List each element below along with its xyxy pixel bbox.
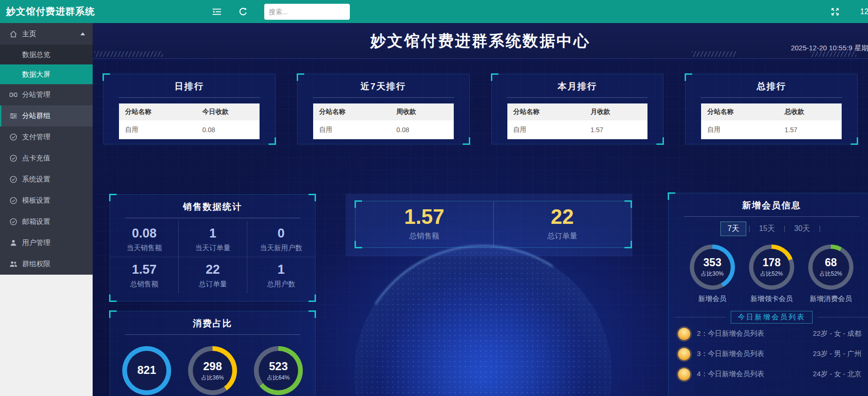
- circle-check-icon: [9, 154, 17, 162]
- rank-card-title: 总排行: [686, 80, 857, 93]
- col-header: 分站名称: [313, 103, 390, 120]
- cell-amount: 1.57: [584, 120, 647, 139]
- ring-label: 新增消费会员: [808, 294, 853, 303]
- rank-card-title: 本月排行: [492, 80, 663, 93]
- ring-label: 新增会员: [690, 294, 735, 303]
- new-members-title: 新增会员信息: [669, 199, 868, 212]
- corner-bracket: [109, 194, 117, 201]
- donut-chart: 523 占比64%: [254, 346, 303, 395]
- sidebar-item-card-recharge[interactable]: 点卡充值: [0, 148, 93, 169]
- stat-total-orders: 22 总订单量: [178, 257, 246, 293]
- sidebar-item-label: 群组权限: [22, 260, 50, 269]
- col-header: 分站名称: [119, 103, 196, 120]
- refresh-icon[interactable]: [238, 7, 248, 17]
- list-item: 2：今日新增会员列表 22岁 - 女 - 成都: [669, 324, 868, 344]
- sidebar-item-label: 系统设置: [22, 175, 50, 184]
- cell-site-name: 自用: [119, 120, 196, 139]
- tab-separator: [820, 226, 820, 232]
- rank-table: 分站名称 周收款 自用 0.08: [313, 103, 454, 139]
- rank-card-daily: 日排行 分站名称 今日收款 自用 0.08: [103, 74, 276, 144]
- rank-table: 分站名称 总收款 自用 1.57: [701, 103, 842, 139]
- sales-stats-card: 销售数据统计 0.08 当天销售额 1 当天订单量 0 当天新用户数 1.57 …: [110, 194, 316, 301]
- dashboard-header-band: 妙文馆付费进群系统数据中心 2025-12-20 10:55:9 星期六: [93, 23, 868, 59]
- total-sales: 1.57 总销售额: [355, 201, 493, 247]
- corner-bracket: [308, 310, 316, 318]
- stat-today-orders: 1 当天订单量: [178, 221, 246, 257]
- corner-bracket: [668, 192, 675, 200]
- username[interactable]: 123: [860, 8, 868, 16]
- sidebar-item-user-manage[interactable]: 用户管理: [0, 232, 93, 253]
- corner-bracket: [685, 73, 692, 81]
- member-list-header: 今日新增会员列表: [675, 311, 868, 324]
- sidebar-item-payment-manage[interactable]: 支付管理: [0, 127, 93, 148]
- sales-stats-title: 销售数据统计: [110, 201, 315, 213]
- col-header: 总收款: [779, 103, 842, 120]
- divider: [313, 97, 454, 98]
- sidebar-item-data-overview[interactable]: 数据总览: [0, 45, 93, 64]
- rank-table: 分站名称 月收款 自用 1.57: [507, 103, 648, 139]
- globe-graphic: [354, 245, 612, 396]
- sidebar-item-system-settings[interactable]: 系统设置: [0, 169, 93, 190]
- member-rings: 353 占比30% 178 占比52% 68 占比52%: [669, 245, 868, 290]
- sidebar-item-home[interactable]: 主页: [0, 23, 93, 45]
- sidebar-item-data-screen[interactable]: 数据大屏: [0, 64, 93, 84]
- dashboard-title: 妙文馆付费进群系统数据中心: [93, 23, 868, 59]
- cell-site-name: 自用: [701, 120, 778, 139]
- substation-icon: [9, 91, 17, 99]
- users-icon: [9, 260, 17, 268]
- cell-amount: 0.08: [196, 120, 259, 139]
- corner-bracket: [268, 137, 276, 145]
- tab-15-days[interactable]: 15天: [752, 222, 781, 236]
- dashboard-main: 妙文馆付费进群系统数据中心 2025-12-20 10:55:9 星期六 日排行…: [93, 23, 868, 396]
- datetime-label: 2025-12-20 10:55:9 星期六: [791, 44, 868, 53]
- divider: [701, 97, 842, 98]
- circle-check-icon: [9, 197, 17, 205]
- donut-chart: 353 占比30%: [690, 245, 735, 290]
- sidebar-item-label: 模板设置: [22, 196, 50, 205]
- corner-bracket: [109, 294, 117, 302]
- sidebar-item-label: 分站管理: [22, 90, 50, 99]
- sidebar-item-label: 分站群组: [22, 111, 50, 120]
- tab-30-days[interactable]: 30天: [788, 222, 817, 236]
- app-title: 妙文馆付费进群系统: [0, 5, 212, 18]
- col-header: 今日收款: [196, 103, 259, 120]
- divider: [684, 216, 860, 217]
- consume-rings: 821 298 占比36% 523 占比64%: [110, 346, 315, 395]
- ring-label: 新增领卡会员: [749, 294, 794, 303]
- table-row: 自用 0.08: [119, 120, 260, 139]
- consume-ratio-card: 消费占比 821 298 占比36% 523 占比64%: [110, 311, 316, 396]
- divider: [125, 334, 300, 335]
- corner-bracket: [109, 310, 117, 318]
- sidebar-item-substation-group[interactable]: 分站群组: [0, 105, 93, 127]
- corner-bracket: [297, 73, 304, 81]
- new-members-card: 新增会员信息 7天 15天 30天 353 占比30% 178 占比52%: [668, 193, 868, 396]
- chevron-up-icon: [80, 32, 85, 35]
- corner-bracket: [656, 137, 664, 145]
- sidebar-item-group-permission[interactable]: 群组权限: [0, 253, 93, 275]
- divider: [507, 97, 648, 98]
- sidebar-item-label: 支付管理: [22, 133, 50, 142]
- cell-amount: 1.57: [779, 120, 842, 139]
- period-tabs: 7天 15天 30天: [669, 222, 868, 236]
- divider: [817, 317, 868, 317]
- member-list-title-badge: 今日新增会员列表: [731, 311, 813, 324]
- tab-7-days[interactable]: 7天: [720, 222, 746, 236]
- rank-card-month: 本月排行 分站名称 月收款 自用 1.57: [491, 74, 664, 144]
- sidebar-item-substation-manage[interactable]: 分站管理: [0, 84, 93, 105]
- sidebar-item-mail-settings[interactable]: 邮箱设置: [0, 211, 93, 232]
- top-bar: 妙文馆付费进群系统 123: [0, 0, 868, 23]
- fullscreen-icon[interactable]: [830, 7, 840, 17]
- stat-today-new-users: 0 当天新用户数: [247, 221, 315, 257]
- donut-chart: 178 占比52%: [749, 245, 794, 290]
- collapse-menu-icon[interactable]: [212, 7, 222, 17]
- medal-icon: [678, 348, 690, 360]
- col-header: 分站名称: [701, 103, 778, 120]
- col-header: 分站名称: [507, 103, 584, 120]
- donut-chart: 821: [122, 346, 171, 395]
- search-input[interactable]: [264, 4, 350, 20]
- table-row: 自用 0.08: [313, 120, 454, 139]
- sidebar-item-template-settings[interactable]: 模板设置: [0, 190, 93, 211]
- rank-card-title: 近7天排行: [298, 80, 469, 93]
- circle-check-icon: [9, 175, 17, 183]
- medal-icon: [678, 328, 690, 340]
